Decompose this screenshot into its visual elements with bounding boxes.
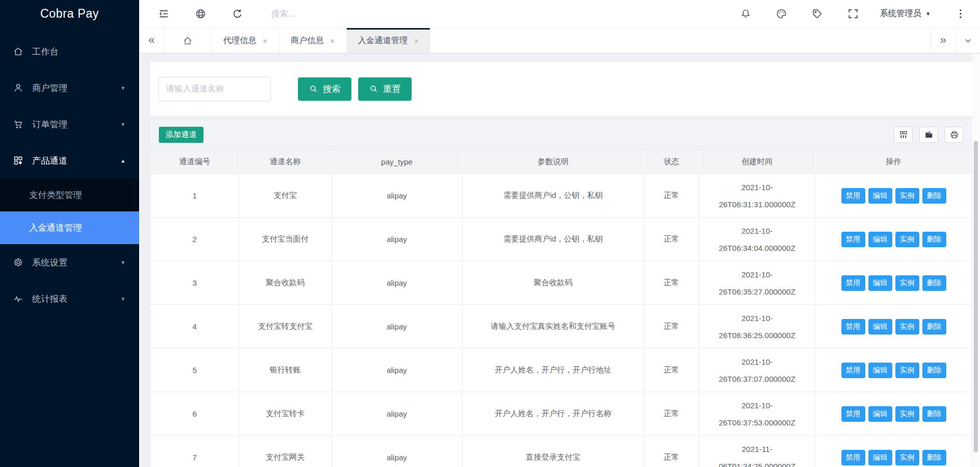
- cart-icon: [12, 118, 24, 130]
- tab-merchant-info[interactable]: 商户信息 ×: [279, 28, 347, 53]
- sidebar-item-system-settings[interactable]: 系统设置 ▼: [0, 244, 139, 281]
- tab-home[interactable]: [164, 28, 212, 53]
- sidebar-submenu: 支付类型管理 入金通道管理: [0, 179, 139, 244]
- column-settings-button[interactable]: [894, 127, 913, 143]
- tag-button[interactable]: [811, 8, 823, 20]
- user-icon: [12, 82, 24, 94]
- col-header-created-at: 创建时间: [699, 150, 815, 174]
- edit-button[interactable]: 编辑: [868, 232, 892, 247]
- disable-button[interactable]: 禁用: [841, 450, 865, 465]
- cell-channel-id: 4: [151, 305, 239, 349]
- table-tools: [894, 127, 963, 143]
- fullscreen-button[interactable]: [847, 8, 859, 20]
- global-search-input[interactable]: [271, 9, 386, 19]
- notifications-button[interactable]: [740, 8, 752, 20]
- delete-button[interactable]: 删除: [922, 275, 946, 291]
- cell-channel-name: 支付宝转支付宝: [239, 305, 332, 349]
- sidebar-item-product-channel[interactable]: 产品通道 ▲: [0, 142, 139, 179]
- edit-button[interactable]: 编辑: [868, 363, 892, 378]
- instance-button[interactable]: 实例: [895, 363, 919, 378]
- sidebar-item-label: 商户管理: [32, 82, 67, 94]
- sidebar-item-order-mgmt[interactable]: 订单管理 ▼: [0, 106, 139, 142]
- channel-name-input[interactable]: [158, 77, 271, 101]
- theme-button[interactable]: [775, 8, 787, 20]
- edit-button[interactable]: 编辑: [868, 450, 892, 465]
- delete-button[interactable]: 删除: [922, 363, 946, 378]
- instance-button[interactable]: 实例: [895, 188, 919, 204]
- gear-icon: [12, 257, 24, 268]
- language-button[interactable]: [195, 8, 207, 20]
- cell-channel-id: 6: [151, 392, 239, 436]
- delete-button[interactable]: 删除: [922, 450, 946, 465]
- user-name: 系统管理员: [880, 8, 921, 19]
- delete-button[interactable]: 删除: [922, 319, 946, 335]
- sidebar-item-merchant-mgmt[interactable]: 商户管理 ▼: [0, 70, 139, 106]
- cell-actions: 禁用编辑实例删除: [815, 261, 972, 305]
- add-channel-button[interactable]: 添加通道: [159, 127, 203, 143]
- globe-icon: [195, 8, 207, 20]
- close-icon[interactable]: ×: [414, 37, 419, 45]
- collapse-menu-button[interactable]: [158, 8, 170, 20]
- delete-button[interactable]: 删除: [922, 406, 946, 422]
- cell-channel-name: 支付宝当面付: [239, 218, 332, 261]
- reset-button-label: 重置: [383, 83, 401, 95]
- reset-button[interactable]: 重置: [358, 77, 412, 101]
- cell-channel-id: 5: [151, 349, 239, 392]
- instance-button[interactable]: 实例: [895, 232, 919, 247]
- channels-table: 通道编号 通道名称 pay_type 参数说明 状态 创建时间 操作 1 支付宝…: [150, 150, 972, 467]
- sidebar-item-workbench[interactable]: 工作台: [0, 33, 139, 70]
- pulse-icon: [12, 293, 24, 304]
- search-button[interactable]: 搜索: [298, 77, 351, 101]
- disable-button[interactable]: 禁用: [841, 406, 865, 422]
- tab-label: 代理信息: [223, 35, 256, 46]
- table-toolbar: 添加通道: [150, 120, 972, 150]
- tab-agent-info[interactable]: 代理信息 ×: [212, 28, 279, 53]
- double-chevron-right-icon: [938, 35, 948, 46]
- instance-button[interactable]: 实例: [895, 319, 919, 335]
- instance-button[interactable]: 实例: [895, 275, 919, 291]
- refresh-button[interactable]: [232, 8, 243, 20]
- sidebar-item-label: 工作台: [32, 46, 59, 58]
- sidebar-item-label: 统计报表: [32, 293, 67, 305]
- fullscreen-icon: [847, 8, 859, 20]
- tabs-options-button[interactable]: [955, 28, 980, 53]
- disable-button[interactable]: 禁用: [841, 232, 865, 247]
- cell-channel-name: 支付宝转卡: [239, 392, 332, 436]
- scrollbar-thumb[interactable]: [974, 141, 978, 452]
- close-icon[interactable]: ×: [263, 37, 267, 45]
- cell-created-at: 2021-10-26T06:36:25.000000Z: [713, 310, 802, 344]
- chevron-down-icon: [963, 35, 973, 46]
- scrollbar-track: [972, 54, 980, 467]
- tag-icon: [811, 8, 823, 20]
- disable-button[interactable]: 禁用: [841, 319, 865, 335]
- instance-button[interactable]: 实例: [895, 450, 919, 465]
- chevron-down-icon: ▼: [120, 260, 126, 265]
- cell-description: 聚合收款码: [462, 261, 644, 305]
- delete-button[interactable]: 删除: [922, 232, 946, 247]
- user-menu[interactable]: 系统管理员 ▼: [880, 8, 931, 19]
- tabs-scroll-left-button[interactable]: [139, 28, 164, 53]
- sidebar-item-pay-type-mgmt[interactable]: 支付类型管理: [0, 179, 139, 211]
- table-row: 1 支付宝 alipay 需要提供商户id，公钥，私钥 正常 2021-10-2…: [151, 174, 972, 218]
- sidebar-item-statistics-report[interactable]: 统计报表 ▼: [0, 281, 139, 317]
- disable-button[interactable]: 禁用: [841, 363, 865, 378]
- more-options-button[interactable]: [955, 8, 967, 20]
- tab-deposit-channel-mgmt[interactable]: 入金通道管理 ×: [347, 28, 431, 53]
- cell-status: 正常: [644, 305, 699, 349]
- tabs-scroll-right-button[interactable]: [930, 28, 955, 53]
- delete-button[interactable]: 删除: [922, 188, 946, 204]
- app-logo: Cobra Pay: [0, 0, 139, 27]
- close-icon[interactable]: ×: [330, 37, 335, 45]
- edit-button[interactable]: 编辑: [868, 275, 892, 291]
- chevron-up-icon: ▲: [120, 158, 126, 164]
- sidebar-item-deposit-channel-mgmt[interactable]: 入金通道管理: [0, 211, 139, 244]
- disable-button[interactable]: 禁用: [841, 188, 865, 204]
- instance-button[interactable]: 实例: [895, 406, 919, 422]
- print-button[interactable]: [945, 127, 963, 143]
- home-icon: [182, 35, 193, 46]
- export-button[interactable]: [919, 127, 938, 143]
- edit-button[interactable]: 编辑: [868, 319, 892, 335]
- edit-button[interactable]: 编辑: [868, 188, 892, 204]
- disable-button[interactable]: 禁用: [841, 275, 865, 291]
- edit-button[interactable]: 编辑: [868, 406, 892, 422]
